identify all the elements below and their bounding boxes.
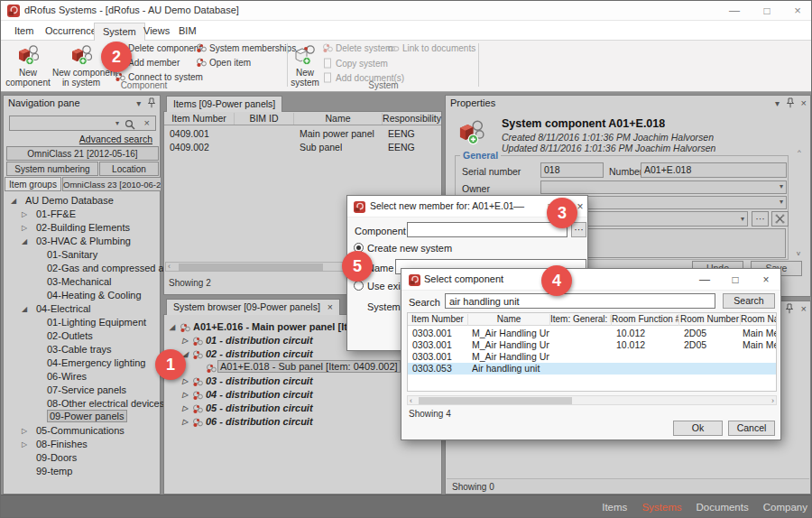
tree-item[interactable]: 02-Outlets <box>47 330 93 341</box>
nav-tab-item-groups[interactable]: Item groups <box>5 177 61 191</box>
column-header-name[interactable]: Name <box>468 314 550 326</box>
pin-icon[interactable] <box>786 97 795 108</box>
tree-item[interactable]: 01-FF&E <box>36 208 76 219</box>
tree-item[interactable]: 06-Wires <box>47 371 87 382</box>
create-new-system-label[interactable]: Create new system <box>367 243 452 254</box>
column-header-bim-id[interactable]: BIM ID <box>235 113 294 125</box>
tree-item[interactable]: 08-Other electrical devices <box>47 398 164 409</box>
result-row[interactable]: 0303.001 M_Air Handling Unit... <box>408 351 776 363</box>
tree-item[interactable]: 03-Cable trays <box>47 344 112 355</box>
ok-button[interactable]: Ok <box>673 421 723 436</box>
tree-expanded-icon[interactable]: ◢ <box>22 305 27 313</box>
column-header-name[interactable]: Name <box>294 113 383 125</box>
column-header-item-number[interactable]: Item Number <box>408 314 468 326</box>
close-button[interactable]: × <box>753 272 779 288</box>
pane-menu-icon[interactable]: ▾ <box>136 98 141 108</box>
tree-expanded-icon[interactable]: ◢ <box>22 237 27 245</box>
tree-collapsed-icon[interactable]: ▷ <box>22 210 27 218</box>
tree-item[interactable]: 09-Doors <box>36 452 77 463</box>
system-tree-item[interactable]: 05 - distribution circuit <box>206 402 313 413</box>
column-header-item-number[interactable]: Item Number <box>164 113 235 125</box>
system-memberships-button[interactable]: System memberships <box>196 43 296 57</box>
search-icon[interactable] <box>125 119 135 130</box>
system-tree-item[interactable]: 01 - distribution circuit <box>206 335 313 346</box>
chevron-down-icon[interactable]: ▾ <box>115 119 119 127</box>
serial-number-field[interactable]: 018 <box>540 162 604 178</box>
result-row-selected[interactable]: 0303.053 Air handling unit <box>408 363 776 375</box>
clear-search-icon[interactable]: × <box>144 117 150 128</box>
tree-item[interactable]: 01-Lighting Equipment <box>47 317 146 328</box>
tree-collapsed-icon[interactable]: ▷ <box>22 440 27 449</box>
dialog-search-button[interactable]: Search <box>723 293 775 309</box>
items-tab[interactable]: Items [09-Power panels] <box>166 96 282 112</box>
tree-item[interactable]: 02-Building Elements <box>36 222 130 233</box>
unlink-button[interactable] <box>771 211 789 227</box>
nav-tab-location[interactable]: Location <box>99 162 159 176</box>
close-pane-icon[interactable]: × <box>801 97 807 108</box>
tree-expanded-icon[interactable]: ◢ <box>170 323 175 331</box>
tree-item[interactable]: 01-Sanitary <box>47 249 97 260</box>
tree-collapsed-icon[interactable]: ▷ <box>182 404 188 412</box>
system-tree-item-selected[interactable]: A01+E.018 - Sub panel [Item: 0409.002] <box>217 360 401 373</box>
component-browse-button[interactable]: ··· <box>571 222 586 237</box>
tab-bim[interactable]: BIM <box>171 23 205 41</box>
tree-item[interactable]: 03-HVAC & Plumbing <box>36 236 131 246</box>
tree-item[interactable]: 07-Service panels <box>47 384 126 395</box>
use-existing-radio[interactable] <box>354 281 364 291</box>
scroll-up-icon[interactable]: ^ <box>798 148 801 156</box>
statusbar-documents-link[interactable]: Documents <box>697 502 749 513</box>
nav-tab-omniclass21[interactable]: OmniClass 21 [2012-05-16] <box>6 146 159 161</box>
result-row[interactable]: 0303.001 M_Air Handling Unit... 10.012 2… <box>408 328 776 339</box>
scroll-down-icon[interactable]: v <box>797 249 800 257</box>
scrollbar-thumb[interactable] <box>419 397 572 404</box>
system-tree-item[interactable]: 04 - distribution circuit <box>206 389 313 400</box>
tree-item-database[interactable]: AU Demo Database <box>25 195 114 206</box>
open-item-button[interactable]: Open item <box>196 58 251 71</box>
delete-system-button[interactable]: Delete system <box>322 43 392 57</box>
tree-item[interactable]: 04-Electrical <box>36 303 91 314</box>
browse-button[interactable]: ··· <box>752 211 769 227</box>
statusbar-company-link[interactable]: Company <box>763 502 807 513</box>
close-pane-icon[interactable]: × <box>801 303 807 314</box>
system-tree-item[interactable]: 03 - distribution circuit <box>206 375 313 386</box>
column-header-room[interactable]: Room Name <box>741 314 776 326</box>
close-button[interactable]: × <box>784 4 811 18</box>
tree-item[interactable]: 04-Emergency lighting <box>47 357 145 368</box>
tree-item[interactable]: 05-Communications <box>36 425 125 436</box>
pin-icon[interactable] <box>147 97 156 108</box>
maximize-button[interactable]: □ <box>753 4 780 18</box>
statusbar-items-link[interactable]: Items <box>602 502 627 513</box>
tree-item[interactable]: 02-Gas and compressed air <box>47 263 170 273</box>
minimize-button[interactable]: — <box>692 272 717 288</box>
advanced-search-link[interactable]: Advanced search <box>79 134 152 144</box>
tree-item[interactable]: 04-Heating & Cooling <box>47 290 142 301</box>
owner-dropdown[interactable]: ▾ <box>540 180 787 194</box>
nav-tab-system-numbering[interactable]: System numbering <box>6 162 98 176</box>
minimize-button[interactable]: — <box>721 4 748 18</box>
system-tree-item[interactable]: 02 - distribution circuit <box>206 348 313 359</box>
close-tab-icon[interactable]: × <box>328 301 333 312</box>
chevron-down-icon[interactable]: ▾ <box>780 198 783 206</box>
result-row[interactable]: 0303.001 M_Air Handling Unit... 10.012 2… <box>408 339 776 351</box>
tree-collapsed-icon[interactable]: ▷ <box>22 224 27 232</box>
tree-collapsed-icon[interactable]: ▷ <box>182 337 188 345</box>
column-header-responsibility[interactable]: Responsibility <box>383 113 441 125</box>
scroll-left-icon[interactable]: ‹ <box>168 262 171 271</box>
minimize-button[interactable]: — <box>506 199 531 215</box>
system-tree-item[interactable]: 06 - distribution circuit <box>206 416 313 427</box>
pin-icon[interactable] <box>785 303 794 314</box>
column-header-item-general[interactable]: Item: General: N... <box>550 314 612 326</box>
cancel-button[interactable]: Cancel <box>728 421 775 436</box>
system-browser-tab[interactable]: System browser [09-Power panels] × <box>166 299 340 315</box>
scroll-right-icon[interactable]: › <box>771 396 774 405</box>
tree-collapsed-icon[interactable]: ▷ <box>182 391 188 399</box>
number-field[interactable]: A01+E.018 <box>641 162 787 178</box>
component-input[interactable] <box>407 222 567 237</box>
scroll-left-icon[interactable]: ‹ <box>410 396 412 405</box>
maximize-button[interactable]: □ <box>723 272 748 288</box>
dialog-search-input[interactable] <box>445 293 715 309</box>
statusbar-systems-link[interactable]: Systems <box>641 502 681 513</box>
tree-item[interactable]: 08-Finishes <box>36 439 88 449</box>
tree-item[interactable]: 03-Mechanical <box>47 276 112 287</box>
search-input[interactable]: ▾ × <box>9 116 156 131</box>
